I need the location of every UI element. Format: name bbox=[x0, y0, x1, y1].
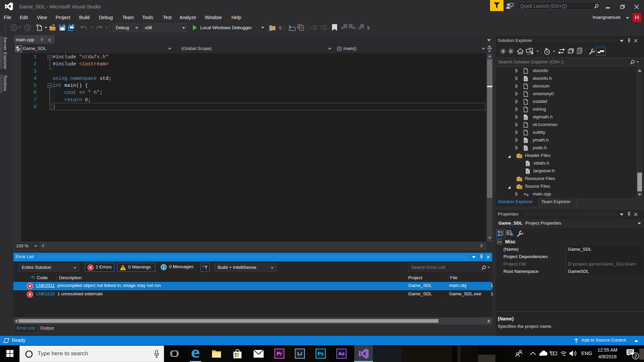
svg-text:Z: Z bbox=[507, 233, 509, 235]
svg-text:h: h bbox=[527, 170, 529, 174]
svg-text:2: 2 bbox=[634, 354, 637, 359]
svg-text:h: h bbox=[525, 139, 527, 143]
svg-text:h: h bbox=[525, 116, 527, 120]
svg-text:h: h bbox=[525, 77, 527, 81]
svg-text:h: h bbox=[527, 162, 529, 166]
svg-text:h: h bbox=[525, 147, 527, 150]
